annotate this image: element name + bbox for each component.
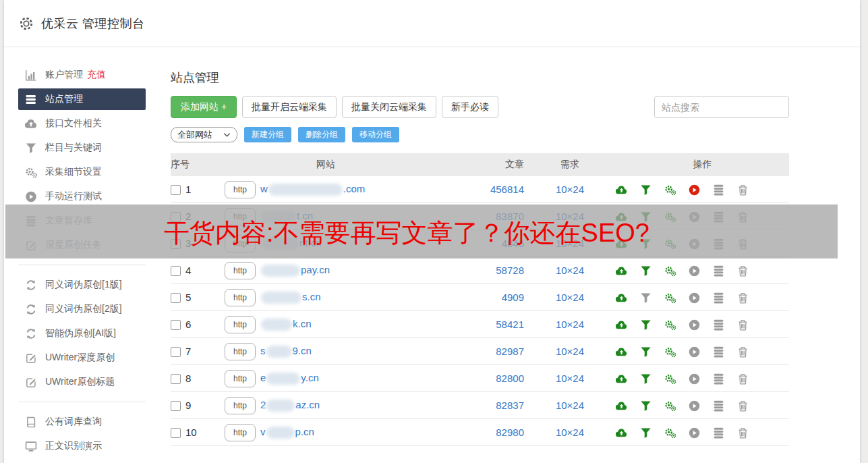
sidebar-item-2[interactable]: 接口文件相关 [18, 111, 146, 136]
cloud-upload-icon[interactable] [616, 373, 627, 385]
http-badge[interactable]: http [225, 370, 256, 387]
gears-icon[interactable] [664, 400, 676, 412]
sidebar-item-7[interactable]: 深度原创任务 [18, 233, 146, 257]
http-badge[interactable]: http [225, 208, 256, 225]
gears-icon[interactable] [664, 265, 676, 277]
row-checkbox[interactable] [171, 185, 181, 195]
database-icon[interactable] [713, 346, 724, 358]
sidebar-item-16[interactable]: 正文识别演示 [18, 434, 146, 458]
play-icon[interactable] [689, 238, 700, 250]
site-domain[interactable]: t.cn [260, 210, 313, 221]
play-icon[interactable] [689, 346, 700, 358]
trash-icon[interactable] [737, 211, 749, 223]
site-domain[interactable]: pay.cn [260, 264, 330, 275]
database-icon[interactable] [713, 265, 724, 277]
play-icon[interactable] [689, 373, 700, 385]
move-group-button[interactable]: 移动分组 [352, 127, 399, 142]
http-badge[interactable]: http [225, 289, 256, 306]
play-icon[interactable] [689, 211, 700, 223]
row-checkbox[interactable] [171, 401, 181, 411]
database-icon[interactable] [713, 373, 724, 385]
site-domain[interactable]: w.com [260, 183, 365, 194]
funnel-icon[interactable] [640, 292, 652, 304]
articles-count-link[interactable]: 83870 [496, 211, 524, 222]
cloud-upload-icon[interactable] [616, 292, 627, 304]
site-domain[interactable]: k.cn [260, 318, 312, 329]
site-domain[interactable]: s.cn [260, 291, 321, 302]
database-icon[interactable] [713, 400, 724, 412]
funnel-icon[interactable] [640, 238, 652, 250]
row-checkbox[interactable] [171, 266, 181, 276]
site-domain[interactable]: nt.cn [260, 237, 322, 248]
sidebar-item-5[interactable]: 手动运行测试 [18, 184, 146, 209]
sidebar-item-12[interactable]: UWriter深度原创 [18, 346, 146, 370]
play-icon[interactable] [689, 427, 700, 439]
sidebar-item-3[interactable]: 栏目与关键词 [18, 136, 146, 160]
funnel-icon[interactable] [640, 427, 652, 439]
http-badge[interactable]: http [225, 181, 256, 198]
cloud-upload-icon[interactable] [616, 427, 627, 439]
gears-icon[interactable] [664, 346, 676, 358]
row-checkbox[interactable] [171, 374, 181, 384]
http-badge[interactable]: http [225, 424, 256, 441]
funnel-icon[interactable] [640, 373, 652, 385]
cloud-upload-icon[interactable] [616, 346, 627, 358]
site-domain[interactable]: 2az.cn [260, 399, 320, 410]
gears-icon[interactable] [664, 427, 676, 439]
cloud-upload-icon[interactable] [616, 211, 627, 223]
trash-icon[interactable] [737, 265, 749, 277]
funnel-icon[interactable] [640, 184, 652, 196]
row-checkbox[interactable] [171, 212, 181, 222]
articles-count-link[interactable]: 58728 [496, 265, 524, 276]
gears-icon[interactable] [664, 211, 676, 223]
new-group-button[interactable]: 新建分组 [244, 127, 291, 142]
articles-count-link[interactable]: 82800 [496, 373, 524, 384]
articles-count-link[interactable]: 4846 [502, 238, 524, 249]
articles-count-link[interactable]: 456814 [490, 184, 524, 195]
site-domain[interactable]: ey.cn [260, 372, 319, 383]
http-badge[interactable]: http [225, 235, 256, 252]
sidebar-item-11[interactable]: 智能伪原创[AI版] [18, 321, 146, 346]
cloud-upload-icon[interactable] [616, 319, 627, 331]
row-checkbox[interactable] [171, 428, 181, 438]
funnel-icon[interactable] [640, 346, 652, 358]
gears-icon[interactable] [664, 184, 676, 196]
cloud-upload-icon[interactable] [616, 265, 627, 277]
site-search-input[interactable] [654, 96, 789, 118]
play-icon[interactable] [689, 292, 700, 304]
delete-group-button[interactable]: 删除分组 [298, 127, 345, 142]
database-icon[interactable] [713, 319, 724, 331]
trash-icon[interactable] [737, 238, 749, 250]
row-checkbox[interactable] [171, 239, 181, 249]
sidebar-item-9[interactable]: 同义词伪原创[1版] [18, 273, 146, 297]
trash-icon[interactable] [737, 346, 749, 358]
trash-icon[interactable] [737, 373, 749, 385]
http-badge[interactable]: http [225, 316, 256, 333]
articles-count-link[interactable]: 4909 [502, 292, 524, 303]
gears-icon[interactable] [664, 319, 676, 331]
database-icon[interactable] [713, 427, 724, 439]
row-checkbox[interactable] [171, 347, 181, 357]
group-select[interactable]: 全部网站 [171, 127, 237, 142]
http-badge[interactable]: http [225, 343, 256, 360]
trash-icon[interactable] [737, 184, 749, 196]
sidebar-item-1[interactable]: 站点管理 [18, 88, 146, 110]
sidebar-item-0[interactable]: 账户管理充值 [18, 63, 146, 87]
cloud-upload-icon[interactable] [616, 184, 627, 196]
site-domain[interactable]: vp.cn [260, 426, 314, 437]
row-checkbox[interactable] [171, 293, 181, 303]
gears-icon[interactable] [664, 238, 676, 250]
sidebar-item-13[interactable]: UWriter原创标题 [18, 370, 146, 394]
play-icon[interactable] [689, 400, 700, 412]
trash-icon[interactable] [737, 427, 749, 439]
gears-icon[interactable] [664, 373, 676, 385]
play-icon[interactable] [689, 319, 700, 331]
newbie-guide-button[interactable]: 新手必读 [442, 96, 498, 118]
funnel-icon[interactable] [640, 265, 652, 277]
articles-count-link[interactable]: 82837 [496, 400, 524, 411]
sidebar-item-6[interactable]: 文章暂存库 [18, 209, 146, 233]
sidebar-item-4[interactable]: 采集细节设置 [18, 160, 146, 184]
articles-count-link[interactable]: 82987 [496, 346, 524, 357]
play-icon[interactable] [689, 184, 700, 196]
sidebar-item-10[interactable]: 同义词伪原创[2版] [18, 297, 146, 321]
